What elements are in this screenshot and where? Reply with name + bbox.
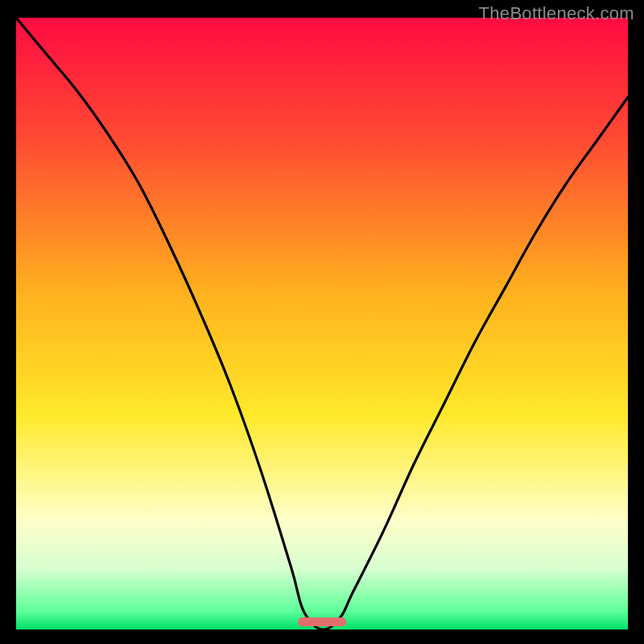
- optimal-range-marker: [298, 617, 347, 626]
- plot-area: [16, 18, 628, 630]
- watermark-text: TheBottleneck.com: [479, 3, 634, 24]
- chart-frame: TheBottleneck.com: [0, 0, 644, 644]
- bottleneck-curve: [16, 18, 628, 630]
